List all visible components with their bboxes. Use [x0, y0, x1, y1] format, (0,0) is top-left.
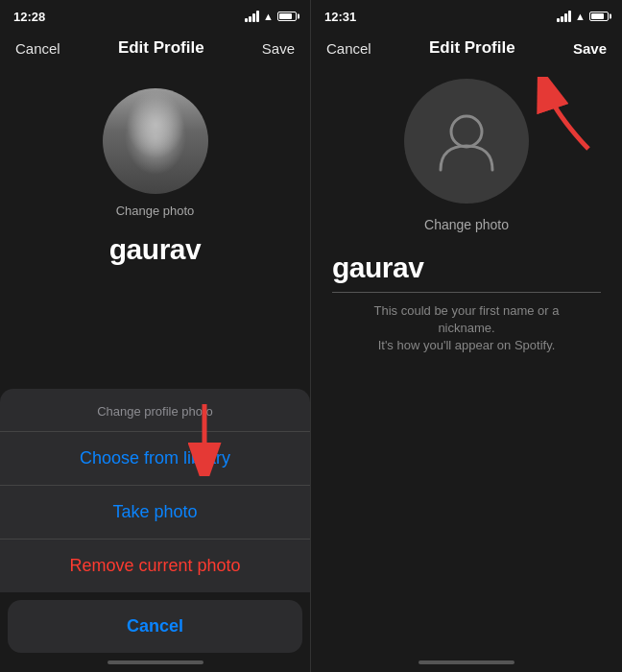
page-title-left: Edit Profile	[118, 38, 204, 58]
avatar-icon	[433, 108, 500, 175]
profile-photo[interactable]	[103, 88, 208, 194]
status-icons-right: ▲	[557, 11, 609, 22]
status-bar-left: 12:28 ▲	[0, 0, 310, 27]
sheet-cancel-label: Cancel	[127, 616, 183, 636]
save-button-left[interactable]: Save	[262, 40, 295, 57]
change-photo-label-right[interactable]: Change photo	[424, 217, 509, 232]
signal-icon	[245, 11, 259, 22]
change-photo-label-left[interactable]: Change photo	[116, 204, 195, 218]
username-hint: This could be your first name or a nickn…	[351, 302, 582, 355]
status-icons-left: ▲	[245, 11, 297, 22]
sheet-cancel-button[interactable]: Cancel	[8, 600, 302, 653]
status-bar-right: 12:31 ▲	[311, 0, 622, 27]
left-phone: 12:28 ▲ Cancel Edit Profile Save Change …	[0, 0, 311, 672]
time-right: 12:31	[324, 10, 356, 24]
sheet-card: Change profile photo Choose from library…	[0, 389, 310, 592]
bottom-sheet: Change profile photo Choose from library…	[0, 389, 310, 672]
sheet-header: Change profile photo	[0, 389, 310, 432]
username-right: gaurav	[332, 252, 423, 283]
time-left: 12:28	[13, 10, 45, 24]
page-title-right: Edit Profile	[429, 38, 515, 58]
nav-bar-right: Cancel Edit Profile Save	[311, 27, 622, 69]
take-photo-label: Take photo	[112, 502, 197, 521]
choose-library-button[interactable]: Choose from library	[0, 432, 310, 486]
home-indicator-right	[311, 653, 622, 672]
cancel-button-right[interactable]: Cancel	[326, 40, 371, 57]
svg-point-2	[451, 116, 482, 147]
save-button-right[interactable]: Save	[573, 40, 607, 57]
cancel-button-left[interactable]: Cancel	[15, 40, 60, 57]
profile-image	[103, 88, 208, 194]
take-photo-button[interactable]: Take photo	[0, 486, 310, 540]
remove-photo-label: Remove current photo	[69, 556, 240, 575]
battery-icon-right	[589, 12, 609, 21]
arrow-down-icon	[176, 399, 233, 480]
wifi-icon: ▲	[263, 11, 274, 22]
remove-photo-button[interactable]: Remove current photo	[0, 540, 310, 592]
username-field-container: gaurav	[332, 252, 601, 293]
signal-icon-right	[557, 11, 571, 22]
nav-bar-left: Cancel Edit Profile Save	[0, 27, 310, 69]
username-left: gaurav	[109, 233, 201, 266]
arrow-save-icon	[536, 77, 603, 157]
battery-icon	[277, 12, 297, 21]
right-phone: 12:31 ▲ Cancel Edit Profile Save	[311, 0, 622, 672]
avatar-circle[interactable]	[404, 79, 529, 204]
wifi-icon-right: ▲	[575, 11, 586, 22]
